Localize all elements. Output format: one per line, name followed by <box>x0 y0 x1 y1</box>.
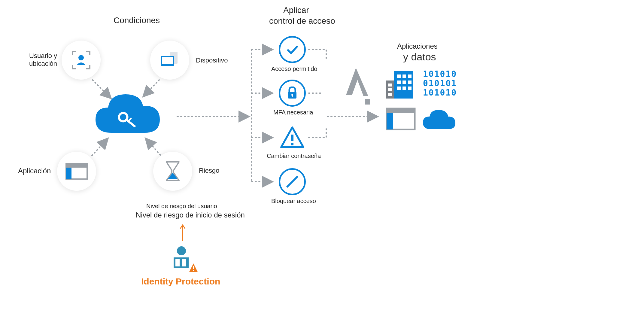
connector-arrows <box>0 0 644 316</box>
svg-line-41 <box>145 138 160 155</box>
svg-line-39 <box>143 80 159 97</box>
svg-line-38 <box>93 80 111 99</box>
svg-line-40 <box>92 138 108 156</box>
diagram-canvas: Condiciones Aplicar control de acceso Ap… <box>0 0 644 316</box>
